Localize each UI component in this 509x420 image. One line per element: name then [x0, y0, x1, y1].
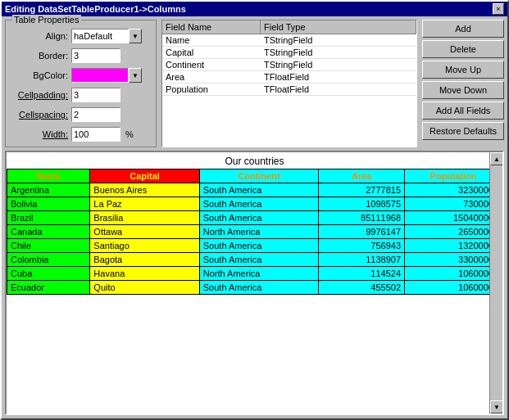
outer-scrollbar: ▲ ▼ [489, 152, 502, 413]
td-population: 150400000 [405, 211, 502, 225]
td-capital: Brasilia [90, 211, 199, 225]
window-title: Editing DataSetTableProducer1->Columns [5, 4, 186, 14]
td-area: 9976147 [319, 225, 405, 239]
add-button[interactable]: Add [422, 20, 504, 38]
bgcolor-select-wrapper: Fushsia ▼ [71, 68, 142, 83]
bgcolor-label: BgColor: [12, 70, 68, 80]
bgcolor-display[interactable]: Fushsia [71, 68, 129, 83]
td-capital: Havana [90, 267, 199, 281]
field-name-cell: Population [162, 84, 261, 95]
cellpadding-input[interactable] [71, 88, 120, 102]
field-name-cell: Continent [162, 59, 261, 70]
table-properties-group: Table Properties Align: haDefault ▼ Bord… [5, 20, 157, 147]
td-population: 13200000 [405, 239, 502, 253]
td-capital: Santiago [90, 239, 199, 253]
fields-section: Field Name Field Type Name TStringField … [161, 20, 417, 147]
preview-table-container: Our countries Name Capital Continent Are… [7, 152, 502, 295]
field-name-cell: Name [162, 34, 261, 46]
td-population: 7300000 [405, 197, 502, 211]
scroll-track [490, 165, 502, 400]
td-continent: North America [199, 225, 319, 239]
table-row: Bolivia La Paz South America 1098575 730… [7, 197, 502, 211]
scroll-down-button[interactable]: ▼ [490, 400, 503, 413]
width-input[interactable] [71, 127, 120, 142]
table-head: Name Capital Continent Area Population [7, 169, 502, 183]
td-population: 26500000 [405, 225, 502, 239]
td-continent: South America [199, 197, 319, 211]
align-select-wrapper: haDefault ▼ [71, 29, 142, 43]
td-name: Colombia [7, 253, 90, 267]
align-dropdown-arrow[interactable]: ▼ [129, 29, 142, 43]
fields-row[interactable]: Capital TStringField [162, 47, 416, 59]
width-label: Width: [12, 129, 68, 139]
align-display[interactable]: haDefault [71, 29, 129, 43]
bgcolor-dropdown-arrow[interactable]: ▼ [129, 68, 142, 83]
table-row: Ecuador Quito South America 455502 10600… [7, 281, 502, 295]
scroll-up-button[interactable]: ▲ [490, 152, 503, 165]
border-input[interactable] [71, 48, 120, 63]
field-type-cell: TFloatField [261, 84, 416, 95]
move-up-button[interactable]: Move Up [422, 61, 504, 79]
td-continent: South America [199, 239, 319, 253]
td-area: 455502 [319, 281, 405, 295]
td-population: 33000000 [405, 253, 502, 267]
top-section: Table Properties Align: haDefault ▼ Bord… [5, 20, 504, 147]
delete-button[interactable]: Delete [422, 40, 504, 58]
field-name-cell: Capital [162, 47, 261, 58]
width-row: Width: % [12, 127, 149, 142]
field-name-header: Field Name [162, 20, 261, 34]
td-continent: South America [199, 281, 319, 295]
table-row: Cuba Havana North America 114524 1060000… [7, 267, 502, 281]
preview-title: Our countries [7, 152, 502, 169]
cellspacing-label: Cellspacing: [12, 110, 68, 120]
td-capital: Quito [90, 281, 199, 295]
move-down-button[interactable]: Move Down [422, 81, 504, 99]
table-row: Brazil Brasilia South America 85111968 1… [7, 211, 502, 225]
td-capital: Bagota [90, 253, 199, 267]
bgcolor-row: BgColor: Fushsia ▼ [12, 68, 149, 83]
close-button[interactable]: × [493, 3, 504, 15]
buttons-column: Add Delete Move Up Move Down Add All Fie… [422, 20, 504, 147]
td-name: Cuba [7, 267, 90, 281]
table-row: Canada Ottawa North America 9976147 2650… [7, 225, 502, 239]
main-window: Editing DataSetTableProducer1->Columns ×… [0, 0, 509, 420]
td-name: Ecuador [7, 281, 90, 295]
th-population: Population [405, 169, 502, 183]
td-area: 85111968 [319, 211, 405, 225]
td-capital: La Paz [90, 197, 199, 211]
data-table: Name Capital Continent Area Population A… [7, 169, 502, 295]
td-name: Canada [7, 225, 90, 239]
td-name: Argentina [7, 183, 90, 197]
table-header-row: Name Capital Continent Area Population [7, 169, 502, 183]
cellspacing-input[interactable] [71, 107, 120, 122]
fields-row[interactable]: Area TFloatField [162, 71, 416, 84]
fields-row[interactable]: Name TStringField [162, 34, 416, 47]
table-body: Argentina Buenos Aires South America 277… [7, 183, 502, 295]
td-population: 32300003 [405, 183, 502, 197]
restore-defaults-button[interactable]: Restore Defaults [422, 122, 504, 140]
table-row: Colombia Bagota South America 1138907 33… [7, 253, 502, 267]
border-row: Border: [12, 48, 149, 63]
preview-scroll[interactable]: Our countries Name Capital Continent Are… [7, 152, 502, 413]
field-type-header: Field Type [261, 20, 416, 34]
align-label: Align: [12, 31, 68, 41]
td-continent: South America [199, 211, 319, 225]
table-row: Argentina Buenos Aires South America 277… [7, 183, 502, 197]
fields-row[interactable]: Continent TStringField [162, 59, 416, 71]
add-all-fields-button[interactable]: Add All Fields [422, 102, 504, 120]
cellpadding-label: Cellpadding: [12, 90, 68, 100]
fields-body: Name TStringField Capital TStringField C… [162, 34, 416, 96]
field-type-cell: TStringField [261, 59, 416, 70]
td-capital: Ottawa [90, 225, 199, 239]
td-continent: South America [199, 253, 319, 267]
td-area: 2777815 [319, 183, 405, 197]
cellpadding-row: Cellpadding: [12, 88, 149, 102]
fields-row[interactable]: Population TFloatField [162, 84, 416, 96]
preview-section: Our countries Name Capital Continent Are… [5, 151, 504, 415]
td-area: 1138907 [319, 253, 405, 267]
td-continent: North America [199, 267, 319, 281]
td-area: 1098575 [319, 197, 405, 211]
td-area: 114524 [319, 267, 405, 281]
td-area: 756943 [319, 239, 405, 253]
th-area: Area [319, 169, 405, 183]
